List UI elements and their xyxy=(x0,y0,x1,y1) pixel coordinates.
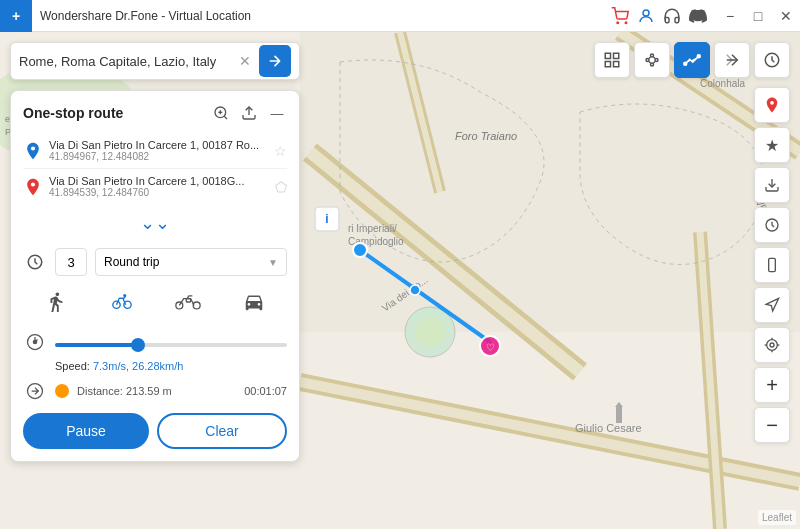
teleport-button[interactable] xyxy=(594,42,630,78)
panel-title: One-stop route xyxy=(23,105,123,121)
waypoint-item: Via Di San Pietro In Carcere 1, 0018G...… xyxy=(23,169,287,204)
waypoint-start-icon xyxy=(23,141,43,161)
search-input[interactable] xyxy=(19,54,235,69)
trip-mode-select[interactable]: Round trip ▼ xyxy=(95,248,287,276)
svg-rect-27 xyxy=(605,53,610,58)
map-area: i Foro Traiano ri Imperiali/ Campidoglio… xyxy=(0,32,800,529)
bike-button[interactable] xyxy=(104,286,140,318)
waypoint-2-coords: 41.894539, 12.484760 xyxy=(49,187,269,198)
app-logo: + xyxy=(0,0,32,32)
maximize-button[interactable]: □ xyxy=(744,2,772,30)
svg-line-38 xyxy=(649,62,651,64)
distance-text: Distance: 213.59 m xyxy=(77,385,236,397)
speed-slider[interactable] xyxy=(55,343,287,347)
svg-rect-61 xyxy=(769,258,776,271)
svg-rect-29 xyxy=(605,62,610,67)
headset-icon[interactable] xyxy=(662,6,682,26)
go-button[interactable] xyxy=(259,45,291,77)
distance-time: 00:01:07 xyxy=(244,385,287,397)
distance-row: Distance: 213.59 m 00:01:07 xyxy=(23,379,287,403)
car-button[interactable] xyxy=(236,286,272,318)
chevron-area: ⌄⌄ xyxy=(23,204,287,242)
clear-button[interactable]: Clear xyxy=(157,413,287,449)
leaflet-attribution: Leaflet xyxy=(758,510,796,525)
location-target-icon[interactable] xyxy=(754,327,790,363)
speed-text: Speed: 7.3m/s, 26.28km/h xyxy=(55,360,183,372)
speed-row xyxy=(23,330,287,354)
svg-point-32 xyxy=(651,54,654,57)
discord-icon[interactable] xyxy=(688,6,708,26)
speed-icon xyxy=(23,330,47,354)
waypoint-1-text: Via Di San Pietro In Carcere 1, 00187 Ro… xyxy=(49,139,268,162)
svg-point-52 xyxy=(176,302,183,309)
controls-row: Round trip ▼ xyxy=(23,248,287,276)
chevron-down-icon[interactable]: ⌄⌄ xyxy=(140,212,170,234)
device-icon[interactable] xyxy=(754,247,790,283)
waypoint-2-star[interactable]: ⬠ xyxy=(275,179,287,195)
multistop-button[interactable] xyxy=(634,42,670,78)
waypoint-2-address: Via Di San Pietro In Carcere 1, 0018G... xyxy=(49,175,269,187)
svg-point-7 xyxy=(415,317,445,347)
route-button[interactable] xyxy=(674,42,710,78)
waypoint-1-coords: 41.894967, 12.484082 xyxy=(49,151,268,162)
svg-point-64 xyxy=(767,340,778,351)
zoom-out-button[interactable]: − xyxy=(754,407,790,443)
svg-point-58 xyxy=(770,101,774,105)
panel-header-icons: — xyxy=(211,103,287,123)
distance-icon xyxy=(23,379,47,403)
navigate-icon[interactable] xyxy=(754,287,790,323)
waypoint-item: Via Di San Pietro In Carcere 1, 00187 Ro… xyxy=(23,133,287,169)
svg-text:ri Imperiali/: ri Imperiali/ xyxy=(348,223,397,234)
collapse-icon[interactable]: — xyxy=(267,103,287,123)
svg-rect-54 xyxy=(186,299,190,302)
svg-point-0 xyxy=(617,22,619,24)
search-bar: ✕ xyxy=(10,42,300,80)
dropdown-arrow-icon: ▼ xyxy=(268,257,278,268)
export-icon[interactable] xyxy=(239,103,259,123)
transport-row xyxy=(23,282,287,326)
pause-button[interactable]: Pause xyxy=(23,413,149,449)
top-toolbar xyxy=(594,42,790,78)
svg-point-53 xyxy=(193,302,200,309)
history-button[interactable] xyxy=(754,42,790,78)
waypoint-1-star[interactable]: ☆ xyxy=(274,143,287,159)
close-button[interactable]: ✕ xyxy=(772,2,800,30)
route-panel: One-stop route — Via Di San Pietro In Ca… xyxy=(10,90,300,462)
svg-text:Giulio Cesare: Giulio Cesare xyxy=(575,422,642,434)
svg-line-36 xyxy=(654,57,656,59)
add-waypoint-icon[interactable] xyxy=(211,103,231,123)
svg-point-2 xyxy=(643,10,649,16)
svg-text:Campidoglio: Campidoglio xyxy=(348,236,404,247)
favorite-icon[interactable]: ★ xyxy=(754,127,790,163)
svg-rect-15 xyxy=(616,407,622,423)
jump-teleport-button[interactable] xyxy=(714,42,750,78)
svg-point-1 xyxy=(625,22,627,24)
repeat-count-input[interactable] xyxy=(55,248,87,276)
action-buttons: Pause Clear xyxy=(23,413,287,449)
svg-point-47 xyxy=(31,182,35,186)
cart-icon[interactable] xyxy=(610,6,630,26)
motorcycle-button[interactable] xyxy=(170,286,206,318)
download-icon[interactable] xyxy=(754,167,790,203)
clear-search-button[interactable]: ✕ xyxy=(235,51,255,71)
svg-point-46 xyxy=(31,146,35,150)
logo-icon: + xyxy=(12,8,20,24)
speed-value: 7.3m/s, 26.28km/h xyxy=(93,360,184,372)
distance-indicator-dot xyxy=(55,384,69,398)
svg-point-39 xyxy=(684,62,687,65)
waypoint-2-text: Via Di San Pietro In Carcere 1, 0018G...… xyxy=(49,175,269,198)
svg-point-31 xyxy=(646,59,649,62)
loop-icon xyxy=(23,250,47,274)
app-title: Wondershare Dr.Fone - Virtual Location xyxy=(40,9,610,23)
history-icon[interactable] xyxy=(754,207,790,243)
zoom-in-button[interactable]: + xyxy=(754,367,790,403)
svg-text:i: i xyxy=(325,212,328,226)
walk-button[interactable] xyxy=(38,286,74,318)
google-maps-icon[interactable] xyxy=(754,87,790,123)
minimize-button[interactable]: − xyxy=(716,2,744,30)
title-icons xyxy=(610,6,716,26)
svg-rect-30 xyxy=(614,62,619,67)
user-icon[interactable] xyxy=(636,6,656,26)
svg-text:Foro Traiano: Foro Traiano xyxy=(455,130,517,142)
svg-point-40 xyxy=(697,55,700,58)
